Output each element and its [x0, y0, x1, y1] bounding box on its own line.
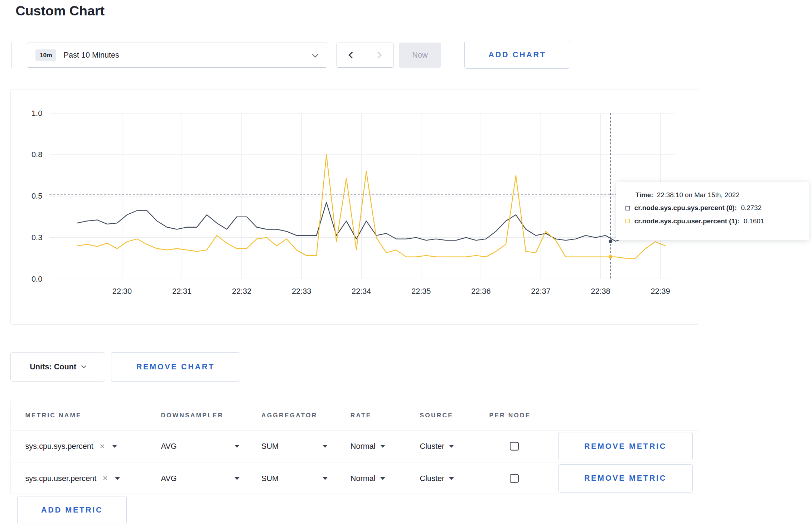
metric-name-value: sys.cpu.user.percent: [25, 474, 96, 483]
clear-metric-icon[interactable]: ×: [100, 442, 105, 451]
col-header-rate: RATE: [351, 411, 372, 419]
svg-text:22:34: 22:34: [352, 287, 371, 296]
per-node-checkbox[interactable]: [510, 442, 519, 451]
svg-text:1.0: 1.0: [32, 109, 42, 118]
svg-text:22:32: 22:32: [232, 287, 251, 296]
source-value: Cluster: [420, 442, 445, 451]
svg-text:0.3: 0.3: [32, 233, 42, 242]
caret-down-icon: [449, 477, 454, 480]
custom-chart-page: Custom Chart 10m Past 10 Minutes Now ADD…: [0, 0, 812, 529]
source-value: Cluster: [420, 474, 445, 483]
per-node-checkbox[interactable]: [510, 474, 519, 483]
caret-down-icon: [449, 445, 454, 448]
rate-value: Normal: [351, 442, 376, 451]
time-range-badge: 10m: [35, 49, 56, 61]
col-header-downsampler: DOWNSAMPLER: [161, 411, 223, 419]
downsampler-select[interactable]: AVG: [161, 474, 240, 483]
caret-down-icon: [323, 445, 328, 448]
svg-text:0.8: 0.8: [32, 150, 42, 159]
units-dropdown[interactable]: Units: Count: [10, 352, 105, 382]
downsampler-value: AVG: [161, 442, 177, 451]
remove-metric-button[interactable]: REMOVE METRIC: [558, 464, 693, 493]
sys-series-swatch-icon: [625, 206, 630, 210]
metrics-table: METRIC NAME DOWNSAMPLER AGGREGATOR RATE …: [10, 400, 699, 494]
tooltip-series-value: 0.2732: [741, 204, 762, 212]
page-title: Custom Chart: [15, 3, 105, 19]
col-header-per-node: PER NODE: [489, 411, 531, 419]
svg-text:22:33: 22:33: [292, 287, 311, 296]
metric-name-value: sys.cpu.sys.percent: [25, 442, 93, 451]
tooltip-series-value: 0.1601: [744, 217, 764, 225]
source-select[interactable]: Cluster: [420, 442, 454, 451]
col-header-source: SOURCE: [420, 411, 453, 419]
source-select[interactable]: Cluster: [420, 474, 454, 483]
tooltip-series-label: cr.node.sys.cpu.user.percent (1):: [634, 217, 740, 225]
chart-card: 0.00.30.50.81.022:3022:3122:3222:3322:34…: [10, 89, 699, 325]
user-series-swatch-icon: [625, 219, 630, 223]
line-chart[interactable]: 0.00.30.50.81.022:3022:3122:3222:3322:34…: [11, 89, 700, 325]
svg-text:22:35: 22:35: [411, 287, 431, 296]
chart-tooltip: Time: 22:38:10 on Mar 15th, 2022 cr.node…: [616, 182, 809, 240]
table-row: sys.cpu.sys.percent × AVG SUM Normal Clu…: [11, 430, 699, 462]
aggregator-value: SUM: [261, 442, 279, 451]
metrics-table-header: METRIC NAME DOWNSAMPLER AGGREGATOR RATE …: [11, 400, 699, 430]
tooltip-series-label: cr.node.sys.cpu.sys.percent (0):: [634, 204, 737, 212]
downsampler-value: AVG: [161, 474, 177, 483]
aggregator-value: SUM: [261, 474, 279, 483]
remove-chart-button[interactable]: REMOVE CHART: [111, 352, 241, 382]
next-range-button[interactable]: [365, 43, 394, 68]
rate-select[interactable]: Normal: [351, 442, 385, 451]
downsampler-select[interactable]: AVG: [161, 442, 240, 451]
caret-down-icon: [380, 477, 385, 480]
chevron-down-icon: [312, 51, 318, 57]
toolbar-divider: [11, 43, 12, 68]
caret-down-icon: [235, 445, 240, 448]
svg-text:0.5: 0.5: [32, 191, 42, 200]
tooltip-time-value: 22:38:10 on Mar 15th, 2022: [657, 191, 740, 199]
metric-name-select[interactable]: sys.cpu.user.percent ×: [25, 474, 120, 483]
svg-text:22:36: 22:36: [471, 287, 490, 296]
svg-text:22:31: 22:31: [172, 287, 192, 296]
rate-value: Normal: [351, 474, 376, 483]
time-pager: [337, 43, 393, 68]
add-metric-button[interactable]: ADD METRIC: [17, 496, 127, 525]
add-chart-button[interactable]: ADD CHART: [464, 41, 570, 69]
tooltip-series-row: cr.node.sys.cpu.sys.percent (0): 0.2732: [625, 204, 799, 212]
svg-text:22:30: 22:30: [112, 287, 132, 296]
col-header-aggregator: AGGREGATOR: [261, 411, 317, 419]
units-label: Units: Count: [30, 362, 76, 372]
aggregator-select[interactable]: SUM: [261, 442, 328, 451]
caret-down-icon: [115, 477, 120, 480]
tooltip-series-row: cr.node.sys.cpu.user.percent (1): 0.1601: [625, 217, 799, 225]
clear-metric-icon[interactable]: ×: [103, 474, 108, 483]
caret-down-icon: [380, 445, 385, 448]
chevron-down-icon: [81, 363, 86, 368]
aggregator-select[interactable]: SUM: [261, 474, 328, 483]
now-button[interactable]: Now: [399, 43, 441, 68]
caret-down-icon: [323, 477, 328, 480]
caret-down-icon: [235, 477, 240, 480]
table-row: sys.cpu.user.percent × AVG SUM Normal Cl…: [11, 462, 699, 494]
time-range-label: Past 10 Minutes: [63, 50, 119, 60]
svg-text:22:37: 22:37: [531, 287, 550, 296]
rate-select[interactable]: Normal: [351, 474, 385, 483]
tooltip-time-label: Time:: [635, 191, 653, 199]
metric-name-select[interactable]: sys.cpu.sys.percent ×: [25, 442, 117, 451]
time-range-dropdown[interactable]: 10m Past 10 Minutes: [27, 43, 327, 68]
caret-down-icon: [112, 445, 117, 448]
remove-metric-button[interactable]: REMOVE METRIC: [558, 432, 693, 461]
chevron-right-icon: [374, 52, 382, 59]
svg-text:0.0: 0.0: [32, 274, 42, 283]
chevron-left-icon: [348, 52, 356, 59]
prev-range-button[interactable]: [337, 43, 365, 68]
svg-text:22:38: 22:38: [591, 287, 610, 296]
svg-text:22:39: 22:39: [651, 287, 670, 296]
col-header-metric-name: METRIC NAME: [25, 411, 81, 419]
tooltip-time-row: Time: 22:38:10 on Mar 15th, 2022: [635, 191, 800, 199]
